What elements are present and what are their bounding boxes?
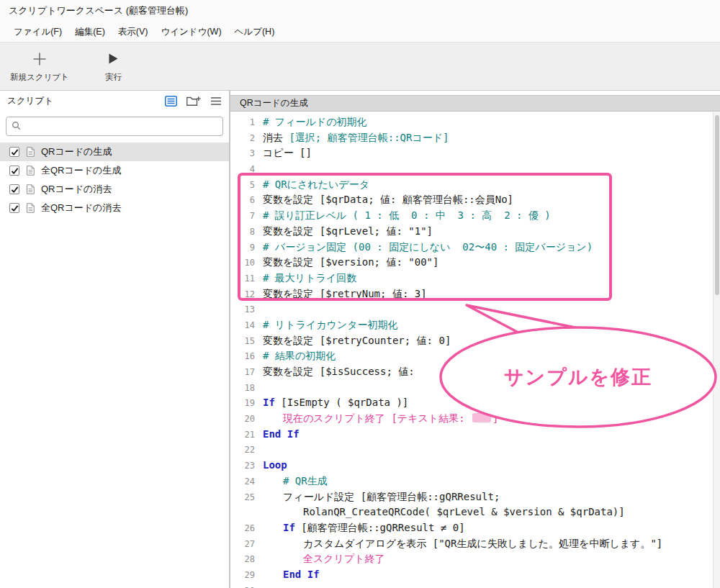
script-step-row[interactable]: 10変数を設定 [$version; 値: "00"]	[230, 255, 713, 271]
code-segment: 変数を設定 [$retryNum; 値: 3]	[263, 288, 427, 299]
script-step-row[interactable]: 29End If	[230, 567, 713, 583]
script-step-row[interactable]: 27カスタムダイアログを表示 ["QR生成に失敗しました。処理を中断します。"]	[230, 536, 713, 552]
script-step-row[interactable]: 26If [顧客管理台帳::gQRResult ≠ 0]	[230, 520, 713, 536]
line-number: 5	[230, 178, 255, 194]
script-step-row[interactable]: 7# 誤り訂正レベル ( 1 : 低 0 : 中 3 : 高 2 : 優 )	[230, 208, 713, 224]
code-segment: 現在のスクリプト終了 [テキスト結果:	[283, 412, 471, 424]
script-list-item[interactable]: QRコードの消去	[0, 180, 229, 199]
line-number: 2	[230, 131, 255, 147]
script-step-row[interactable]: 6変数を設定 [$qrData; 値: 顧客管理台帳::会員No]	[230, 192, 713, 208]
line-number: 16	[230, 349, 255, 365]
line-number: 6	[230, 193, 255, 209]
sidebar-title: スクリプト	[7, 95, 165, 107]
script-checkbox[interactable]	[9, 147, 19, 157]
menu-item[interactable]: 編集(E)	[68, 24, 112, 40]
play-icon	[108, 50, 119, 68]
script-step-row[interactable]: 13	[230, 302, 713, 317]
script-step-row[interactable]: 4	[230, 161, 713, 177]
script-step-row[interactable]: 2消去 [選択; 顧客管理台帳::QRコード]	[230, 130, 713, 146]
code-segment: # リトライカウンター初期化	[263, 319, 397, 330]
menu-icon[interactable]	[210, 96, 222, 106]
code-segment: # QRにされたいデータ	[263, 178, 369, 190]
script-step-row[interactable]: 5# QRにされたいデータ	[230, 177, 713, 193]
code-segment: End If	[283, 569, 320, 580]
script-list-item[interactable]: 全QRコードの消去	[0, 199, 229, 217]
empty-parameter-placeholder	[472, 413, 491, 422]
run-script-button[interactable]: 実行	[88, 45, 140, 87]
script-list-item[interactable]: QRコードの生成	[0, 143, 229, 161]
script-sidebar: スクリプト QRコードの生成全QRコードの生成QRコードの消去全QRコードの消去	[0, 91, 230, 588]
line-number: 4	[230, 162, 255, 178]
code-segment: 変数を設定 [$qrData; 値: 顧客管理台帳::会員No]	[263, 194, 513, 205]
code-segment: [選択; 顧客管理台帳::QRコード]	[289, 132, 449, 143]
script-icon	[26, 147, 35, 157]
menu-item[interactable]: ファイル(F)	[7, 24, 68, 40]
line-number: 28	[230, 552, 255, 568]
script-step-row[interactable]: 22	[230, 442, 713, 458]
script-step-row[interactable]: 3コピー []	[230, 145, 713, 161]
script-icon	[26, 184, 35, 194]
menu-item[interactable]: ウインドウ(W)	[154, 24, 228, 40]
menu-item[interactable]: ヘルプ(H)	[228, 24, 282, 40]
code-segment: ]	[492, 412, 498, 424]
line-number: 12	[230, 287, 255, 303]
script-name: QRコードの生成	[41, 145, 112, 158]
code-segment: 全スクリプト終了	[303, 553, 385, 564]
line-number: 1	[230, 115, 255, 131]
list-view-icon[interactable]	[165, 96, 177, 107]
line-number: 20	[230, 412, 255, 428]
script-checkbox[interactable]	[9, 184, 19, 194]
script-step-row[interactable]: 12変数を設定 [$retryNum; 値: 3]	[230, 286, 713, 302]
script-step-row[interactable]: 23Loop	[230, 458, 713, 474]
code-segment: 消去	[263, 132, 289, 143]
toolbar: 新規スクリプト 実行	[0, 42, 720, 91]
script-step-row[interactable]: 25フィールド設定 [顧客管理台帳::gQRResult;	[230, 489, 713, 505]
script-list: QRコードの生成全QRコードの生成QRコードの消去全QRコードの消去	[0, 143, 229, 217]
line-number: 29	[230, 568, 255, 584]
script-step-row[interactable]: 21End If	[230, 427, 713, 443]
line-number: 13	[230, 302, 255, 318]
script-checkbox[interactable]	[9, 166, 19, 176]
scrollbar-thumb[interactable]	[715, 115, 719, 295]
code-segment: カスタムダイアログを表示 ["QR生成に失敗しました。処理を中断します。"]	[303, 538, 662, 549]
script-list-item[interactable]: 全QRコードの生成	[0, 161, 229, 180]
script-step-row[interactable]: 24# QR生成	[230, 474, 713, 489]
new-script-button[interactable]: 新規スクリプト	[10, 45, 69, 87]
code-segment: End If	[263, 428, 300, 440]
line-number: 15	[230, 334, 255, 350]
script-step-row[interactable]: 15変数を設定 [$retryCounter; 値: 0]	[230, 333, 713, 349]
code-segment: # 結果の初期化	[263, 350, 336, 361]
script-step-row[interactable]: 11# 最大リトライ回数	[230, 271, 713, 286]
code-segment: # 誤り訂正レベル ( 1 : 低 0 : 中 3 : 高 2 : 優 )	[263, 209, 551, 221]
script-step-row[interactable]: 1# フィールドの初期化	[230, 114, 713, 130]
search-icon	[12, 120, 21, 133]
vertical-scrollbar[interactable]	[713, 112, 720, 588]
script-step-row[interactable]: 28全スクリプト終了	[230, 551, 713, 567]
script-step-row[interactable]: 16# 結果の初期化	[230, 348, 713, 364]
code-segment: If	[263, 397, 281, 408]
search-input[interactable]	[25, 122, 217, 132]
tab-qr-generate[interactable]: QRコードの生成	[240, 97, 308, 109]
line-number: 7	[230, 209, 255, 225]
script-step-row[interactable]: 17変数を設定 [$isSuccess; 値:	[230, 364, 713, 380]
new-folder-icon[interactable]	[186, 96, 201, 107]
script-step-row[interactable]: 19If [IsEmpty ( $qrData )]	[230, 395, 713, 411]
script-step-row[interactable]: 30	[230, 583, 713, 588]
script-step-row[interactable]: 9# バージョン固定 (00 : 固定にしない 02〜40 : 固定バージョン)	[230, 240, 713, 255]
line-number: 30	[230, 584, 255, 588]
script-step-row[interactable]: RolanQR_CreateQRCode( $qrLevel & $versio…	[230, 505, 713, 520]
script-search-box[interactable]	[6, 117, 223, 136]
script-editor[interactable]: 1# フィールドの初期化2消去 [選択; 顧客管理台帳::QRコード]3コピー …	[230, 112, 713, 588]
menu-item[interactable]: 表示(V)	[112, 24, 155, 40]
window-titlebar: スクリプトワークスペース (顧客管理台帳)	[0, 0, 720, 22]
script-step-row[interactable]: 18	[230, 380, 713, 396]
script-step-row[interactable]: 8変数を設定 [$qrLevel; 値: "1"]	[230, 224, 713, 240]
script-checkbox[interactable]	[9, 203, 19, 213]
code-segment: 変数を設定 [$isSuccess; 値:	[263, 366, 420, 377]
script-step-row[interactable]: 14# リトライカウンター初期化	[230, 317, 713, 333]
line-number: 11	[230, 271, 255, 287]
code-segment: RolanQR_CreateQRCode( $qrLevel & $versio…	[303, 506, 625, 517]
new-script-label: 新規スクリプト	[10, 72, 69, 83]
script-step-row[interactable]: 20現在のスクリプト終了 [テキスト結果: ]	[230, 411, 713, 427]
code-segment: # 最大リトライ回数	[263, 272, 356, 284]
